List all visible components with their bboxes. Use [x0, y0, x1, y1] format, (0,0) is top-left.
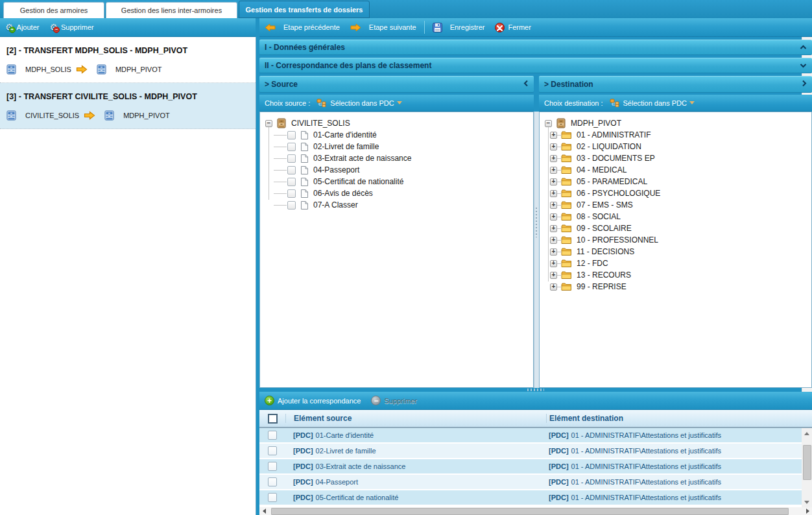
tree-folder-label[interactable]: 02 - LIQUIDATION: [577, 142, 641, 151]
tree-item-label[interactable]: 07-A Classer: [313, 200, 358, 210]
previous-step-button[interactable]: Etape précédente: [259, 18, 345, 36]
vscroll-thumb[interactable]: [803, 445, 811, 480]
section-correspondance[interactable]: II - Correspondance des plans de classem…: [259, 58, 812, 73]
tree-item-checkbox[interactable]: [287, 154, 296, 163]
destination-panel-header[interactable]: > Destination: [539, 76, 812, 93]
tree-folder-label[interactable]: 13 - RECOURS: [577, 270, 631, 280]
scroll-up-icon[interactable]: [802, 428, 812, 438]
expand-icon[interactable]: +: [550, 225, 557, 232]
select-all-checkbox[interactable]: [268, 414, 278, 424]
expand-icon[interactable]: +: [550, 213, 557, 221]
horizontal-splitter[interactable]: [527, 389, 544, 391]
tree-item-label[interactable]: 04-Passeport: [313, 165, 359, 174]
expand-icon[interactable]: +: [550, 190, 557, 197]
chevron-down-icon[interactable]: [800, 61, 807, 70]
tree-item-label[interactable]: 05-Certificat de nationalité: [313, 177, 403, 186]
expand-icon[interactable]: +: [550, 260, 557, 267]
delete-mapping-button[interactable]: − Supprimer: [366, 392, 422, 409]
tree-item-label[interactable]: 06-Avis de décès: [313, 189, 373, 198]
expand-icon[interactable]: +: [550, 202, 557, 209]
tree-folder-label[interactable]: 01 - ADMINISTRATIF: [577, 130, 651, 139]
close-button[interactable]: Fermer: [490, 18, 536, 36]
expand-icon[interactable]: +: [550, 178, 557, 186]
add-transfer-button[interactable]: ⚙+ Ajouter: [0, 18, 44, 36]
expand-icon[interactable]: +: [550, 272, 557, 279]
expand-icon[interactable]: +: [550, 237, 557, 244]
row-checkbox[interactable]: [268, 431, 277, 440]
expand-icon[interactable]: +: [550, 167, 557, 174]
tree-item-checkbox[interactable]: [287, 178, 296, 186]
tree-folder-label[interactable]: 11 - DECISIONS: [577, 247, 634, 256]
tree-folder-label[interactable]: 09 - SCOLAIRE: [577, 224, 632, 233]
tab-gestion-armoires[interactable]: Gestion des armoires: [3, 2, 104, 18]
tree-folder-label[interactable]: 99 - REPRISE: [577, 282, 627, 291]
tree-folder-label[interactable]: 03 - DOCUMENTS EP: [577, 154, 655, 163]
expand-icon[interactable]: +: [550, 155, 557, 162]
destination-choice-value[interactable]: Sélection dans PDC: [623, 99, 687, 107]
table-row[interactable]: [PDC]05-Certificat de nationalité[PDC]01…: [259, 490, 802, 506]
scroll-left-icon[interactable]: [259, 507, 269, 515]
source-choice-value[interactable]: Sélection dans PDC: [330, 99, 394, 107]
tree-item-checkbox[interactable]: [287, 143, 296, 151]
tree-root-row[interactable]: −MDPH_PIVOT: [545, 117, 811, 129]
next-step-button[interactable]: Etape suivante: [345, 18, 422, 36]
transfer-list-item[interactable]: [3] - TRANSFERT CIVILITE_SOLIS - MDPH_PI…: [0, 83, 256, 129]
chevron-left-icon[interactable]: [523, 80, 529, 89]
tree-folder-label[interactable]: 08 - SOCIAL: [577, 212, 621, 221]
save-button[interactable]: Enregistrer: [427, 18, 490, 36]
tab-gestion-transferts[interactable]: Gestion des transferts de dossiers: [239, 1, 370, 18]
dropdown-caret-icon[interactable]: [689, 101, 695, 104]
chevron-right-icon[interactable]: [802, 80, 807, 89]
column-header-source[interactable]: Elément source: [285, 414, 546, 423]
tree-item-checkbox[interactable]: [287, 189, 296, 198]
add-mapping-button[interactable]: + Ajouter la correspondance: [259, 392, 366, 409]
scroll-down-icon[interactable]: [802, 497, 812, 507]
tree-folder-row: +05 - PARAMEDICAL: [545, 176, 811, 187]
chevron-up-icon[interactable]: [800, 43, 807, 52]
row-checkbox[interactable]: [268, 446, 277, 455]
expand-icon[interactable]: +: [550, 283, 557, 291]
table-row[interactable]: [PDC]02-Livret de famille[PDC]01 - ADMIN…: [259, 444, 802, 459]
tree-root-row[interactable]: −CIVILITE_SOLIS: [265, 117, 533, 129]
row-checkbox[interactable]: [268, 462, 277, 471]
tree-folder-label[interactable]: 04 - MEDICAL: [577, 165, 627, 174]
transfer-list-item[interactable]: [2] - TRANSFERT MDPH_SOLIS - MDPH_PIVOTM…: [0, 37, 256, 83]
tree-item-label[interactable]: 03-Extrait acte de naissance: [313, 154, 411, 163]
tree-folder-label[interactable]: 07 - EMS - SMS: [577, 200, 633, 210]
expand-icon[interactable]: +: [550, 143, 557, 150]
table-vscrollbar[interactable]: [802, 428, 812, 507]
expand-icon[interactable]: +: [550, 248, 557, 256]
table-row[interactable]: [PDC]04-Passeport[PDC]01 - ADMINISTRATIF…: [259, 475, 802, 490]
tree-root-label[interactable]: MDPH_PIVOT: [571, 119, 621, 128]
expand-icon[interactable]: +: [550, 132, 557, 139]
tree-folder-label[interactable]: 05 - PARAMEDICAL: [577, 177, 647, 186]
tree-root-label[interactable]: CIVILITE_SOLIS: [291, 119, 350, 128]
row-checkbox[interactable]: [268, 493, 277, 502]
section-donnees-generales[interactable]: I - Données générales: [259, 40, 812, 55]
tree-folder-label[interactable]: 12 - FDC: [577, 259, 608, 268]
table-row[interactable]: [PDC]01-Carte d'identité[PDC]01 - ADMINI…: [259, 428, 802, 444]
collapse-icon[interactable]: −: [265, 120, 272, 127]
tree-item-checkbox[interactable]: [287, 131, 296, 139]
scroll-right-icon[interactable]: [803, 507, 812, 515]
document-icon: [300, 189, 309, 198]
delete-transfer-button[interactable]: ⚙− Supprimer: [44, 18, 99, 36]
tree-folder-label[interactable]: 06 - PSYCHOLOGIQUE: [577, 189, 660, 198]
table-hscrollbar[interactable]: [259, 507, 812, 515]
tree-item-checkbox[interactable]: [287, 201, 296, 210]
table-row[interactable]: [PDC]03-Extrait acte de naissance[PDC]01…: [259, 459, 802, 475]
tree-item-row: 02-Livret de famille: [265, 141, 533, 152]
tree-item-checkbox[interactable]: [287, 166, 296, 174]
hscroll-thumb[interactable]: [271, 508, 789, 515]
pdc-prefix: [PDC]: [293, 494, 313, 501]
tree-folder-label[interactable]: 10 - PROFESSIONNEL: [577, 235, 658, 245]
row-checkbox[interactable]: [268, 477, 277, 486]
collapse-icon[interactable]: −: [545, 120, 552, 127]
cabinet-icon: [6, 110, 16, 121]
tree-item-label[interactable]: 02-Livret de famille: [313, 142, 379, 151]
tab-gestion-liens[interactable]: Gestion des liens inter-armoires: [106, 2, 237, 18]
column-header-destination[interactable]: Elément destination: [546, 414, 812, 423]
dropdown-caret-icon[interactable]: [397, 101, 402, 104]
tree-item-label[interactable]: 01-Carte d'identité: [313, 130, 377, 139]
source-panel-header[interactable]: > Source: [259, 76, 534, 93]
